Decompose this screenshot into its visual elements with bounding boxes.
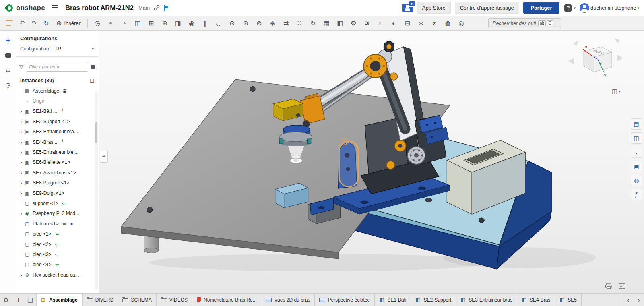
parallel-mate-icon[interactable]: ∥ <box>198 16 212 31</box>
section-view-icon[interactable]: ⊟ <box>400 16 414 31</box>
display-panel-icon[interactable]: ◍ <box>631 175 642 186</box>
section-panel-icon[interactable]: ◒ <box>631 147 642 158</box>
add-tab-button[interactable]: + <box>12 294 24 306</box>
instance-row[interactable]: Origin <box>16 96 99 106</box>
hide-show-icon[interactable]: ◎ <box>454 16 468 31</box>
appearance-panel-icon[interactable]: ◫ <box>631 132 642 144</box>
instance-row[interactable]: SE4-Bras... ╧ <box>16 137 99 147</box>
help-menu[interactable]: ? ▾ <box>564 4 576 12</box>
avatar[interactable] <box>580 3 589 13</box>
history-icon[interactable]: ◷ <box>4 81 12 89</box>
instance-row[interactable]: Assemblage ≣ <box>16 86 99 96</box>
linked-documents-icon[interactable]: ∞ <box>4 66 12 74</box>
filter-input[interactable] <box>26 62 88 72</box>
revolute-mate-icon[interactable]: ◔ <box>118 16 131 31</box>
document-tab[interactable]: SE2-Support <box>411 294 456 306</box>
configuration-select[interactable]: Configuration TP ▾ <box>16 45 99 57</box>
panel-scrollbar[interactable] <box>95 91 98 290</box>
comments-icon[interactable] <box>4 51 12 59</box>
view-cube-arrow-topleft[interactable] <box>573 41 578 46</box>
3d-scene[interactable]: Dessus X Z Y <box>99 31 644 293</box>
instance-row[interactable]: SE1-Bâti ... ╧ <box>16 106 99 116</box>
undo-icon[interactable]: ↶ <box>16 19 28 27</box>
view-cube[interactable]: Dessus X Z Y <box>568 38 623 78</box>
flag-icon[interactable] <box>164 5 169 11</box>
expand-chevron-icon[interactable] <box>18 210 24 217</box>
assembly-features-icon[interactable] <box>4 20 15 27</box>
instance-row[interactable]: SE2-Support <1> <box>16 116 99 126</box>
help-icon[interactable]: ? <box>564 4 572 12</box>
group-icon[interactable]: ⊛ <box>239 16 252 31</box>
document-tab[interactable]: SE3-Entraineur bras <box>456 294 517 306</box>
linear-pattern-icon[interactable]: ∷ <box>293 16 306 31</box>
exploded-view-icon[interactable]: ∗ <box>414 16 428 31</box>
named-views-icon[interactable]: ⌂ <box>374 16 387 31</box>
list-view-icon[interactable]: ≣ <box>91 64 95 70</box>
document-tab[interactable]: Assemblage <box>36 294 83 306</box>
print-icon[interactable] <box>605 283 612 289</box>
view-cube-arrow-right[interactable] <box>617 55 623 61</box>
planar-mate-icon[interactable]: ⊞ <box>144 16 158 31</box>
document-tab[interactable]: SE1-Bâti <box>375 294 411 306</box>
pin-slot-mate-icon[interactable]: ◨ <box>171 16 185 31</box>
create-icon[interactable]: + <box>4 36 12 44</box>
tab-manager-icon[interactable]: ▤ <box>24 294 36 306</box>
display-states-icon[interactable]: ◐ <box>387 16 401 31</box>
model-tree-panel-icon[interactable]: ▤ <box>631 118 642 130</box>
view-cube-menu[interactable]: ◫▾ <box>612 88 621 95</box>
main-menu-icon[interactable] <box>52 5 58 10</box>
instance-row[interactable]: pied <1> ⇐ <box>16 229 99 239</box>
configurations-icon[interactable]: ⚙ <box>347 16 360 31</box>
cylindrical-mate-icon[interactable]: ⊕ <box>158 16 171 31</box>
configuration-value[interactable]: TP <box>54 45 61 52</box>
instance-row[interactable]: SE3-Entraineur bra... <box>16 127 99 137</box>
tabs-settings-icon[interactable]: ⚙ <box>0 294 12 306</box>
document-tab[interactable]: SE5 <box>555 294 582 306</box>
insert-button[interactable]: Insérer <box>52 18 85 29</box>
instance-row[interactable]: SE6-Biellette <1> <box>16 157 99 167</box>
mate-icon[interactable]: ◷ <box>91 16 104 31</box>
instance-row[interactable]: SE5-Entraineur biel... <box>16 147 99 157</box>
circular-pattern-icon[interactable]: ↻ <box>306 16 320 31</box>
learning-center-button[interactable]: Centre d'apprentissage <box>455 2 519 14</box>
slider-mate-icon[interactable]: ◫ <box>131 16 144 31</box>
replicate-icon[interactable]: ⇉ <box>279 16 293 31</box>
expand-chevron-icon[interactable] <box>18 118 24 125</box>
document-tab[interactable]: SCHEMA <box>118 294 156 306</box>
tool-search[interactable]: alt C <box>488 18 561 28</box>
user-menu[interactable]: duchemin stéphane ▾ <box>580 3 639 13</box>
redo-icon[interactable]: ↷ <box>28 19 40 27</box>
variables-panel-icon[interactable]: ƒ <box>631 189 642 200</box>
expand-chevron-icon[interactable] <box>18 139 24 145</box>
link-icon[interactable] <box>154 5 160 11</box>
instance-row[interactable]: support <1> ⇐ <box>16 198 99 208</box>
share-button[interactable]: Partager <box>523 2 560 14</box>
instance-row[interactable]: pied <4> ⇐ <box>16 260 99 270</box>
tab-scroll-left-icon[interactable]: ‹ <box>623 294 634 306</box>
instance-row[interactable]: SE9-Doigt <1> <box>16 188 99 198</box>
insert-to-list-icon[interactable]: ⊡ <box>90 77 95 84</box>
expand-chevron-icon[interactable] <box>18 108 24 114</box>
instance-row[interactable]: Plateau <1> ⇐ ◉ <box>16 219 99 229</box>
app-store-button[interactable]: App Store <box>417 2 451 14</box>
instance-row[interactable]: pied <2> ⇐ <box>16 239 99 249</box>
tangent-mate-icon[interactable]: ◡ <box>212 16 225 31</box>
mate-connector-icon[interactable]: ⊙ <box>225 16 239 31</box>
mass-properties-icon[interactable]: ◍ <box>441 16 455 31</box>
document-tab[interactable]: DIVERS <box>83 294 118 306</box>
instance-row[interactable]: Hex socket head ca... <box>16 270 99 280</box>
expand-chevron-icon[interactable] <box>18 190 24 196</box>
mate-relation-icon[interactable]: ⊚ <box>252 16 266 31</box>
expand-chevron-icon[interactable] <box>18 128 24 135</box>
panel-collapse-handle[interactable]: ≣ <box>100 151 108 163</box>
bom-icon[interactable]: ▦ <box>320 16 333 31</box>
onshape-logo[interactable]: onshape <box>5 4 45 12</box>
expand-chevron-icon[interactable] <box>18 149 24 155</box>
workspace-label[interactable]: Main <box>138 5 150 11</box>
sheet-settings-icon[interactable] <box>619 283 625 289</box>
document-tab[interactable]: Vues 2D du bras <box>261 294 315 306</box>
share-users-icon[interactable]: 2 <box>402 4 413 12</box>
fastened-mate-icon[interactable]: ◓ <box>104 16 118 31</box>
update-icon[interactable]: ↻ <box>40 19 52 27</box>
instance-row[interactable]: pied <3> ⇐ <box>16 249 99 259</box>
